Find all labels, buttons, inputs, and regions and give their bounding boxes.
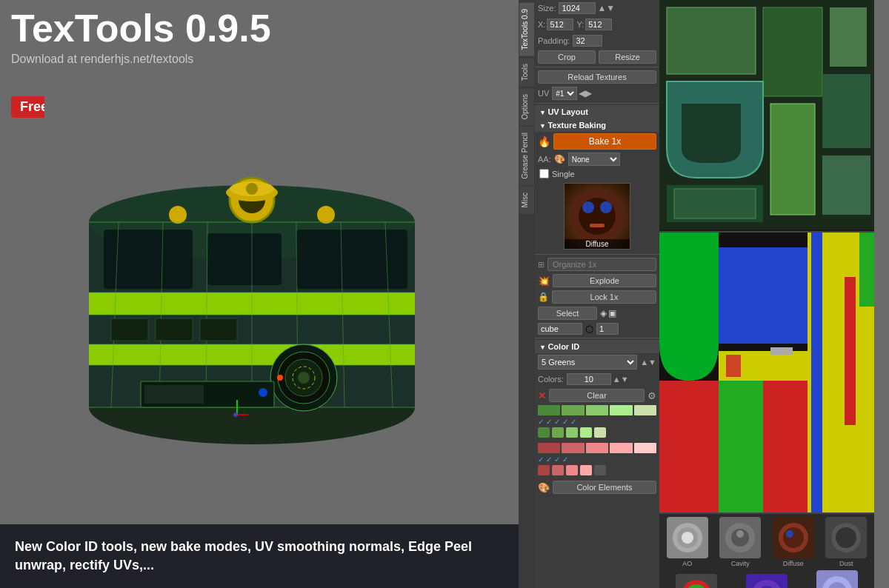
colors-stepper[interactable]: ▲▼ (613, 375, 629, 384)
tab-textools[interactable]: TexTools 0.9 (519, 3, 534, 56)
color-elements-button[interactable]: Color Elements (553, 481, 656, 494)
check-6[interactable]: ✓ (538, 455, 544, 464)
swatch-3[interactable] (586, 405, 608, 415)
colors-label: Colors: (538, 375, 564, 384)
bake-preview[interactable]: Diffuse (564, 183, 630, 250)
size-label: Size: (538, 4, 556, 13)
check-2[interactable]: ✓ (546, 418, 552, 426)
uv-row: UV #1#2 ◀▶ (535, 85, 659, 101)
colorblock-4[interactable] (580, 427, 592, 438)
settings-icon[interactable]: ⚙ (647, 390, 656, 401)
aa-select[interactable]: None2x4x (568, 153, 620, 166)
colors-input[interactable] (567, 373, 611, 385)
cube-value-input[interactable] (596, 323, 619, 335)
swatch-1[interactable] (538, 405, 560, 415)
tab-grease-pencil[interactable]: Grease Pencil (519, 127, 534, 185)
resize-button[interactable]: Resize (599, 50, 656, 64)
x-label: X: (538, 20, 545, 29)
tab-tools[interactable]: Tools (519, 58, 534, 87)
check-4[interactable]: ✓ (562, 418, 568, 426)
padding-label: Padding: (538, 36, 570, 45)
swatch-8[interactable] (586, 443, 608, 453)
check-10[interactable]: ✓ (570, 455, 576, 464)
check-7[interactable]: ✓ (546, 455, 552, 464)
svg-rect-65 (811, 233, 822, 514)
swatch-10[interactable] (634, 443, 656, 453)
uv-label: UV (538, 89, 549, 98)
bake-icon-normal-tangent[interactable]: Normal Tangent (814, 570, 860, 588)
select-button[interactable]: Select (538, 307, 597, 320)
colors-count-row: Colors: ▲▼ (535, 371, 659, 387)
svg-rect-63 (763, 381, 808, 514)
model-area (44, 96, 459, 459)
colorblock-6[interactable] (538, 465, 550, 475)
cube-icon: ⬡ (585, 324, 593, 335)
swatch-5[interactable] (634, 405, 656, 415)
texture-baking-header[interactable]: Texture Baking (535, 118, 659, 132)
crop-button[interactable]: Crop (538, 50, 596, 64)
padding-input[interactable] (573, 35, 602, 47)
bake-icons-row: AO Cavity Diffuse Dust (659, 514, 874, 588)
select-icon1[interactable]: ◈ (600, 308, 607, 318)
check-8[interactable]: ✓ (554, 455, 560, 464)
bake-icon-cavity-label: Cavity (731, 560, 750, 567)
reload-button[interactable]: Reload Textures (538, 70, 656, 84)
colorblock-1[interactable] (538, 427, 550, 438)
bake-button[interactable]: Bake 1x (553, 133, 656, 150)
single-row: Single (535, 167, 659, 180)
svg-point-77 (783, 527, 804, 548)
lock-button[interactable]: Lock 1x (552, 290, 656, 304)
colorblock-7[interactable] (552, 465, 564, 475)
explode-button[interactable]: Explode (553, 274, 656, 287)
uv-layout-header[interactable]: UV Layout (535, 105, 659, 118)
svg-point-37 (246, 183, 258, 195)
size-input[interactable] (559, 2, 596, 14)
svg-point-72 (682, 532, 693, 544)
bake-icon-diffuse[interactable]: Diffuse (770, 517, 816, 567)
svg-rect-52 (830, 7, 867, 67)
color-swatches-2 (535, 441, 659, 455)
bake-row: 🔥 Bake 1x (535, 132, 659, 151)
swatch-7[interactable] (562, 443, 584, 453)
swatch-2[interactable] (562, 405, 584, 415)
bake-icon-normal-world[interactable]: Normal World (744, 574, 790, 588)
check-3[interactable]: ✓ (554, 418, 560, 426)
colorblock-10[interactable] (594, 465, 606, 475)
y-input[interactable] (585, 19, 612, 30)
greens-stepper[interactable]: ▲▼ (640, 358, 656, 367)
bake-icon-dust[interactable]: Dust (823, 517, 869, 567)
swatch-6[interactable] (538, 443, 560, 453)
check-5[interactable]: ✓ (570, 418, 576, 426)
colorblock-5[interactable] (594, 427, 606, 438)
organize-button[interactable]: Organize 1x (547, 258, 656, 271)
bake-icon-ao[interactable]: AO (665, 517, 710, 567)
tab-options[interactable]: Options (519, 88, 534, 125)
uv-select[interactable]: #1#2 (552, 87, 577, 100)
colorblock-9[interactable] (580, 465, 592, 475)
check-9[interactable]: ✓ (562, 455, 568, 464)
greens-select[interactable]: 5 Greens 5 Reds 5 Blues (538, 355, 637, 370)
x-input[interactable] (547, 19, 573, 30)
swatch-4[interactable] (610, 405, 632, 415)
svg-rect-55 (822, 156, 870, 215)
uv-stepper[interactable]: ◀▶ (579, 88, 592, 98)
colorblock-3[interactable] (566, 427, 578, 438)
tab-misc[interactable]: Misc (519, 187, 534, 214)
bake-icon-dust-label: Dust (839, 560, 853, 567)
app-title: TexTools 0.9.5 (11, 7, 271, 50)
bake-icon-id[interactable]: ID Element (673, 574, 719, 588)
color-id-header[interactable]: Color ID (535, 340, 659, 353)
cube-input[interactable] (538, 323, 582, 335)
check-row-2: ✓ ✓ ✓ ✓ ✓ (535, 455, 659, 464)
single-checkbox[interactable] (539, 169, 549, 178)
clear-button[interactable]: Clear (549, 389, 645, 402)
swatch-9[interactable] (610, 443, 632, 453)
bake-icon-cavity[interactable]: Cavity (717, 517, 763, 567)
colorblock-8[interactable] (566, 465, 578, 475)
uv-view-top (659, 0, 874, 233)
check-1[interactable]: ✓ (538, 418, 544, 426)
size-stepper[interactable]: ▲▼ (597, 3, 615, 13)
select-icon2[interactable]: ▣ (608, 308, 616, 318)
model-svg (44, 96, 459, 459)
colorblock-2[interactable] (552, 427, 564, 438)
